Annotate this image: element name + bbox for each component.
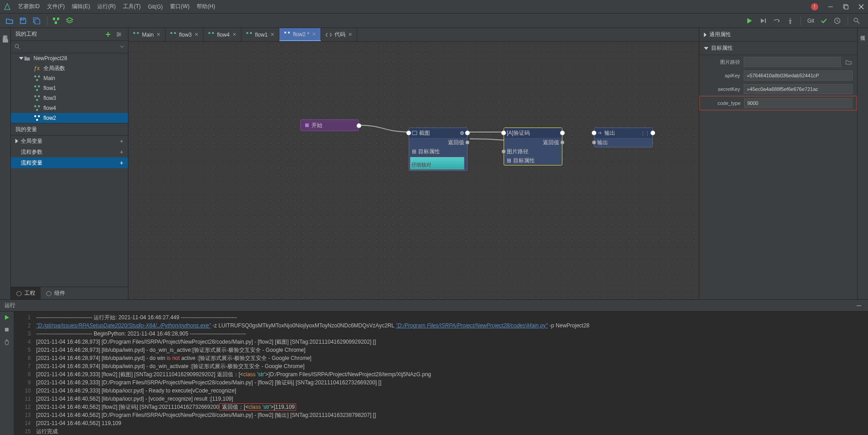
target-icon[interactable]: ⊕ xyxy=(460,130,464,136)
expand-icon[interactable] xyxy=(704,33,707,37)
add-button[interactable] xyxy=(104,30,113,39)
run-button[interactable] xyxy=(744,15,755,27)
imagepath-input[interactable] xyxy=(744,57,841,67)
minimize-button[interactable] xyxy=(827,4,834,10)
left-tab-components[interactable]: 组件 xyxy=(41,287,71,299)
close-icon[interactable]: ✕ xyxy=(312,31,316,37)
left-tab-project[interactable]: 工程 xyxy=(11,287,41,299)
svg-rect-32 xyxy=(34,85,36,87)
tab-flow4[interactable]: flow4✕ xyxy=(203,28,241,41)
save-button[interactable] xyxy=(17,15,29,27)
port-out[interactable] xyxy=(651,131,655,135)
node-captcha[interactable]: [A]验证码 返回值 图片路径 ⊞目标属性 xyxy=(504,128,562,165)
console-output[interactable]: 1------------------------------- 运行开始: 2… xyxy=(14,312,868,435)
port-in[interactable] xyxy=(406,131,411,135)
expand-icon[interactable]: ⊞ xyxy=(412,148,416,155)
svg-rect-45 xyxy=(137,32,139,34)
minimize-panel-button[interactable] xyxy=(854,301,863,310)
debug-button[interactable] xyxy=(757,15,769,27)
save-all-button[interactable] xyxy=(31,15,42,27)
close-icon[interactable]: ✕ xyxy=(348,32,352,38)
close-button[interactable] xyxy=(858,4,864,10)
port-in[interactable] xyxy=(502,150,505,153)
tree-item-flow2[interactable]: flow2 xyxy=(11,113,128,123)
prop-section-target[interactable]: 目标属性 xyxy=(699,42,857,55)
tree-item-flow1[interactable]: flow1 xyxy=(11,83,128,93)
browse-button[interactable] xyxy=(844,58,853,66)
menu-window[interactable]: 窗口(W) xyxy=(166,3,193,10)
expand-icon[interactable]: ⊞ xyxy=(507,157,511,164)
filter-dropdown[interactable] xyxy=(120,44,124,50)
menu-file[interactable]: 文件(F) xyxy=(43,3,68,10)
grip-icon[interactable]: ⋮⋮ xyxy=(641,131,650,136)
port-out[interactable] xyxy=(466,141,469,144)
tab-flow2[interactable]: flow2 *✕ xyxy=(279,28,321,41)
node-screenshot[interactable]: 截图⊕ 返回值 ⊞目标属性 仔细核对 xyxy=(409,128,467,171)
menu-edit[interactable]: 编辑(E) xyxy=(68,3,94,10)
layers-button[interactable] xyxy=(64,15,75,27)
close-icon[interactable]: ✕ xyxy=(194,32,198,38)
tab-flow1[interactable]: flow1✕ xyxy=(241,28,279,41)
codetype-input[interactable] xyxy=(744,98,852,108)
var-row-params[interactable]: 流程参数+ xyxy=(11,147,128,157)
menu-run[interactable]: 运行(R) xyxy=(94,3,119,10)
port-out[interactable] xyxy=(357,123,361,128)
git-label[interactable]: Git xyxy=(804,18,818,24)
step-over-button[interactable] xyxy=(771,15,783,27)
svg-text:ƒx: ƒx xyxy=(34,65,40,71)
port-out[interactable] xyxy=(560,131,565,135)
menu-tools[interactable]: 工具(T) xyxy=(119,3,144,10)
flow-icon xyxy=(33,95,41,102)
prop-section-general[interactable]: 通用属性 xyxy=(699,28,857,42)
var-row-global[interactable]: 全局变量+ xyxy=(11,136,128,147)
apikey-input[interactable] xyxy=(744,71,853,80)
tab-main[interactable]: Main✕ xyxy=(128,28,165,41)
flow-canvas[interactable]: 开始 截图⊕ 返回值 ⊞目标属性 仔细核对 [A]验证码 返回值 图片路径 ⊞目… xyxy=(128,42,699,299)
svg-rect-34 xyxy=(36,89,38,91)
tab-code[interactable]: 代码✕ xyxy=(321,28,357,41)
tree-item-main[interactable]: Main xyxy=(11,73,128,83)
clear-button[interactable] xyxy=(4,339,10,346)
close-icon[interactable]: ✕ xyxy=(156,32,160,38)
history-button[interactable] xyxy=(831,15,843,27)
port-in[interactable] xyxy=(592,141,596,144)
secretkey-input[interactable] xyxy=(744,84,853,94)
open-button[interactable] xyxy=(4,15,15,27)
search-button[interactable] xyxy=(851,15,863,27)
port-in[interactable] xyxy=(592,131,596,135)
tree-item-flow3[interactable]: flow3 xyxy=(11,93,128,103)
add-icon[interactable]: + xyxy=(120,148,123,156)
port-in[interactable] xyxy=(501,131,506,135)
node-output[interactable]: 输出⋮⋮ 输出 xyxy=(594,128,653,147)
var-row-flowvars[interactable]: 流程变量+ xyxy=(11,157,128,168)
node-start[interactable]: 开始 xyxy=(300,119,359,131)
maximize-button[interactable] xyxy=(843,4,849,10)
tree-item-flow4[interactable]: flow4 xyxy=(11,103,128,113)
project-search-input[interactable] xyxy=(21,44,120,50)
step-into-button[interactable] xyxy=(784,15,796,27)
flow-icon xyxy=(33,114,41,122)
svg-rect-30 xyxy=(38,76,40,77)
expand-icon[interactable] xyxy=(19,57,24,60)
tab-flow3[interactable]: flow3✕ xyxy=(165,28,203,41)
close-icon[interactable]: ✕ xyxy=(270,32,274,38)
stop-button[interactable] xyxy=(4,326,10,334)
menu-help[interactable]: 帮助(H) xyxy=(193,3,219,10)
settings-icon[interactable] xyxy=(114,30,123,39)
port-out[interactable] xyxy=(561,141,564,144)
tree-item-globals[interactable]: ƒx全局函数 xyxy=(11,63,128,73)
collapse-icon[interactable] xyxy=(704,47,708,50)
flow-button[interactable] xyxy=(50,15,62,27)
run-button[interactable] xyxy=(4,314,10,322)
add-icon[interactable]: + xyxy=(120,137,123,145)
menu-git[interactable]: Git(G) xyxy=(144,4,166,10)
git-commit-button[interactable] xyxy=(818,15,830,27)
add-icon[interactable]: + xyxy=(120,159,123,166)
svg-rect-57 xyxy=(5,328,9,331)
close-icon[interactable]: ✕ xyxy=(232,32,236,38)
notification-badge[interactable]: ! xyxy=(811,3,818,10)
project-header-label: 我的工程 xyxy=(15,30,37,38)
port-out[interactable] xyxy=(465,131,470,135)
expand-icon[interactable] xyxy=(15,139,18,143)
tree-root[interactable]: NewProject28 xyxy=(11,53,128,63)
